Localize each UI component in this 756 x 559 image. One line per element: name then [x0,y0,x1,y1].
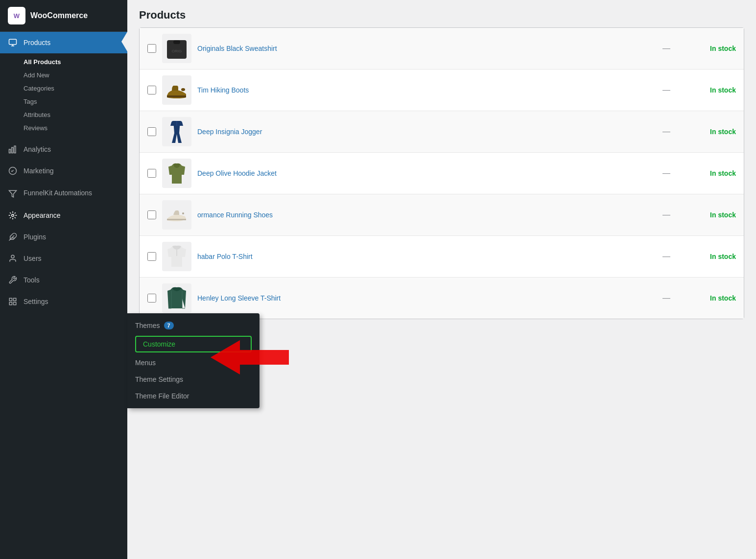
marketing-icon [8,166,18,176]
svg-point-21 [182,212,184,214]
product-image-2 [162,75,191,105]
sidebar-sub-reviews[interactable]: Reviews [0,121,127,135]
theme-file-editor-label: Theme File Editor [135,392,189,400]
tools-icon [8,275,18,285]
table-row: habar Polo T-Shirt — In stock [140,236,744,278]
product-price-3: — [652,127,681,136]
product-price-5: — [652,210,681,219]
sidebar-sub-tags[interactable]: Tags [0,95,127,108]
product-image-6 [162,242,191,271]
svg-marker-15 [211,340,289,374]
product-checkbox-5[interactable] [147,210,156,219]
table-row: Deep Insignia Jogger — In stock [140,111,744,153]
product-name-3[interactable]: Deep Insignia Jogger [197,128,646,136]
sidebar-sub-attributes[interactable]: Attributes [0,108,127,121]
product-image-3 [162,117,191,146]
sidebar-item-marketing[interactable]: Marketing [0,160,127,182]
product-name-1[interactable]: Originals Black Sweatshirt [197,45,646,52]
product-image-4 [162,159,191,188]
submenu-themes[interactable]: Themes 7 [127,317,260,334]
themes-label: Themes [135,322,160,329]
sidebar-plugins-label: Plugins [24,233,46,241]
sidebar-sub-all-products[interactable]: All Products [0,55,127,69]
sidebar: W WooCommerce Products All Products Add … [0,0,127,559]
sidebar-tools-label: Tools [24,276,40,284]
page-title: Products [139,9,744,22]
svg-rect-12 [14,298,16,301]
product-checkbox-1[interactable] [147,44,156,53]
sidebar-item-appearance[interactable]: Appearance [0,205,127,226]
svg-text:ORIG: ORIG [172,49,182,53]
product-name-6[interactable]: habar Polo T-Shirt [197,253,646,260]
products-submenu: All Products Add New Categories Tags Att… [0,53,127,139]
product-checkbox-7[interactable] [147,294,156,303]
sidebar-appearance-label: Appearance [24,211,61,219]
sidebar-sub-add-new[interactable]: Add New [0,69,127,82]
customize-label: Customize [143,340,175,348]
sidebar-item-users[interactable]: Users [0,248,127,269]
appearance-icon [8,210,18,220]
product-status-3: In stock [687,128,736,136]
product-checkbox-3[interactable] [147,127,156,136]
main-content: Products ORIG Originals Black Sweatshirt… [127,0,756,559]
product-price-6: — [652,252,681,261]
svg-point-10 [11,255,14,258]
product-checkbox-4[interactable] [147,169,156,178]
product-checkbox-2[interactable] [147,86,156,94]
app-name: WooCommerce [30,11,88,20]
product-name-2[interactable]: Tim Hiking Boots [197,86,646,94]
users-icon [8,254,18,263]
sidebar-item-tools[interactable]: Tools [0,269,127,291]
sidebar-sub-categories[interactable]: Categories [0,82,127,95]
svg-rect-5 [14,146,16,153]
product-price-1: — [652,44,681,53]
table-row: Henley Long Sleeve T-Shirt — In stock [140,278,744,319]
product-status-4: In stock [687,169,736,177]
product-price-7: — [652,294,681,303]
themes-badge: 7 [164,322,174,329]
product-name-7[interactable]: Henley Long Sleeve T-Shirt [197,294,646,302]
svg-marker-6 [9,190,17,197]
svg-rect-3 [9,149,11,153]
svg-rect-4 [12,147,13,153]
svg-rect-17 [173,40,180,44]
sidebar-item-analytics[interactable]: Analytics [0,139,127,160]
product-name-4[interactable]: Deep Olive Hoodie Jacket [197,169,646,177]
product-checkbox-6[interactable] [147,252,156,261]
sidebar-users-label: Users [24,255,42,262]
sidebar-item-funnelkit[interactable]: FunnelKit Automations [0,182,127,205]
sidebar-marketing-label: Marketing [24,167,53,175]
table-row: Tim Hiking Boots — In stock [140,70,744,111]
woo-logo-icon: W [8,7,25,24]
product-price-2: — [652,86,681,94]
table-row: Deep Olive Hoodie Jacket — In stock [140,153,744,194]
sidebar-item-products[interactable]: Products [0,32,127,53]
svg-rect-11 [9,298,12,301]
product-status-7: In stock [687,294,736,302]
funnelkit-icon [8,189,18,199]
svg-point-19 [181,88,185,91]
table-row: ORIG Originals Black Sweatshirt — In sto… [140,28,744,70]
settings-icon [8,297,18,306]
product-image-7 [162,283,191,313]
menus-label: Menus [135,359,156,367]
product-status-5: In stock [687,211,736,219]
plugins-icon [8,232,18,242]
products-table: ORIG Originals Black Sweatshirt — In sto… [139,27,744,319]
sidebar-item-plugins[interactable]: Plugins [0,226,127,248]
main-header: Products [127,0,756,27]
red-arrow-indicator [211,340,289,376]
sidebar-item-settings[interactable]: Settings [0,291,127,312]
svg-point-7 [12,214,14,217]
sidebar-products-label: Products [24,39,50,47]
sidebar-logo[interactable]: W WooCommerce [0,0,127,32]
submenu-theme-file-editor[interactable]: Theme File Editor [127,388,260,404]
product-price-4: — [652,169,681,178]
product-image-1: ORIG [162,34,191,63]
product-name-5[interactable]: ormance Running Shoes [197,211,646,219]
products-icon [8,38,18,47]
svg-rect-14 [9,303,12,305]
svg-rect-13 [14,303,16,305]
theme-settings-label: Theme Settings [135,375,183,383]
analytics-icon [8,144,18,154]
